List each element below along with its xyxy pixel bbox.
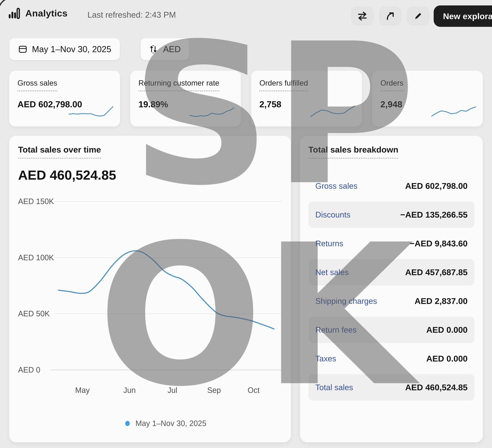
metric-card-gross-sales[interactable]: Gross sales AED 602,798.00 (9, 71, 120, 127)
header: Analytics Last refreshed: 2:43 PM New ex… (0, 0, 492, 33)
row-label-link[interactable]: Total sales (315, 383, 353, 392)
calendar-icon (18, 44, 27, 54)
row-value: AED 457,687.85 (405, 267, 468, 277)
legend-item[interactable]: May 1–Nov 30, 2025 (125, 419, 206, 428)
chart-total-value: AED 460,524.85 (18, 167, 282, 183)
metric-label[interactable]: Orders (380, 79, 403, 91)
row-label-link[interactable]: Discounts (315, 210, 350, 219)
row-value: AED 2,837.00 (415, 296, 468, 306)
total-sales-chart-card: Total sales over time AED 460,524.85 AED… (9, 136, 291, 442)
metric-label[interactable]: Gross sales (18, 79, 57, 91)
y-axis-tick: AED 150K (18, 196, 54, 207)
legend-label: May 1–Nov 30, 2025 (135, 419, 206, 428)
open-in-new-button[interactable] (379, 7, 401, 25)
swap-view-button[interactable] (351, 7, 374, 25)
swap-icon (357, 10, 368, 21)
sparkline-chart (69, 103, 113, 120)
breakdown-row-gross-sales: Gross sales AED 602,798.00 (308, 173, 474, 199)
legend-dot (125, 421, 130, 426)
x-axis-tick: Jul (167, 386, 177, 395)
metric-label[interactable]: Returning customer rate (139, 79, 219, 91)
metric-card-orders-fulfilled[interactable]: Orders fulfilled 2,758 (251, 71, 362, 127)
row-label-link[interactable]: Shipping charges (315, 296, 377, 305)
corner-mark (0, 0, 9, 8)
metric-label[interactable]: Orders fulfilled (259, 79, 308, 91)
metric-card-returning-customer-rate[interactable]: Returning customer rate 19.89% (130, 71, 241, 127)
analytics-bar-chart-icon (9, 7, 20, 19)
metric-card-orders[interactable]: Orders 2,948 (372, 71, 483, 127)
row-value: −AED 9,843.60 (410, 239, 468, 248)
breakdown-row-shipping-charges: Shipping charges AED 2,837.00 (308, 288, 474, 314)
metric-cards-row: Gross sales AED 602,798.00 Returning cus… (9, 71, 483, 127)
last-refreshed-text: Last refreshed: 2:43 PM (87, 10, 176, 20)
currency-value: AED (163, 44, 181, 54)
breakdown-title[interactable]: Total sales breakdown (308, 145, 398, 159)
y-axis-tick: AED 50K (18, 308, 54, 319)
breakdown-row-returns: Returns −AED 9,843.60 (308, 230, 474, 257)
row-value: AED 602,798.00 (405, 181, 468, 191)
y-axis-tick: AED 100K (18, 252, 54, 263)
date-range-value: May 1–Nov 30, 2025 (32, 44, 111, 54)
chart-plot (18, 195, 282, 373)
x-axis-tick: May (75, 386, 90, 395)
open-in-new-icon (385, 10, 396, 21)
edit-button[interactable] (407, 7, 429, 25)
breakdown-row-taxes: Taxes AED 0.000 (308, 345, 474, 372)
dollar-convert-icon (149, 44, 159, 54)
sparkline-chart (189, 103, 234, 120)
sparkline-chart (310, 103, 355, 120)
breakdown-row-return-fees: Return fees AED 0.000 (308, 316, 474, 343)
row-label-link[interactable]: Returns (315, 239, 343, 248)
chart-title-link[interactable]: Total sales over time (18, 145, 101, 159)
new-exploration-button[interactable]: New exploration (434, 5, 492, 27)
date-range-picker[interactable]: May 1–Nov 30, 2025 (9, 38, 120, 60)
total-sales-breakdown-card: Total sales breakdown Gross sales AED 60… (300, 136, 483, 442)
row-label-link[interactable]: Return fees (315, 325, 357, 334)
y-axis-tick: AED 0 (18, 365, 54, 375)
page-title: Analytics (25, 8, 68, 19)
row-label-link[interactable]: Gross sales (315, 181, 358, 191)
sparkline-chart (431, 103, 476, 120)
x-axis-tick: Sep (207, 386, 221, 395)
row-label-link[interactable]: Net sales (315, 268, 349, 277)
new-exploration-label: New exploration (443, 11, 492, 21)
breakdown-rows: Gross sales AED 602,798.00 Discounts −AE… (308, 173, 474, 400)
x-axis-tick: Jun (123, 386, 136, 395)
row-value: AED 0.000 (426, 325, 468, 335)
breakdown-row-discounts: Discounts −AED 135,266.55 (308, 202, 474, 228)
breakdown-row-net-sales: Net sales AED 457,687.85 (308, 259, 474, 285)
currency-selector[interactable]: AED (141, 38, 189, 60)
row-value: AED 460,524.85 (405, 382, 468, 392)
brand: Analytics (9, 7, 68, 19)
row-value: −AED 135,266.55 (400, 210, 468, 220)
row-value: AED 0.000 (426, 354, 468, 364)
line-chart: AED 150K AED 100K AED 50K AED 0 May Jun … (18, 195, 282, 439)
edit-pencil-icon (413, 10, 424, 21)
row-label-link[interactable]: Taxes (315, 354, 336, 363)
breakdown-row-total-sales: Total sales AED 460,524.85 (308, 374, 474, 400)
x-axis-tick: Oct (248, 386, 260, 395)
